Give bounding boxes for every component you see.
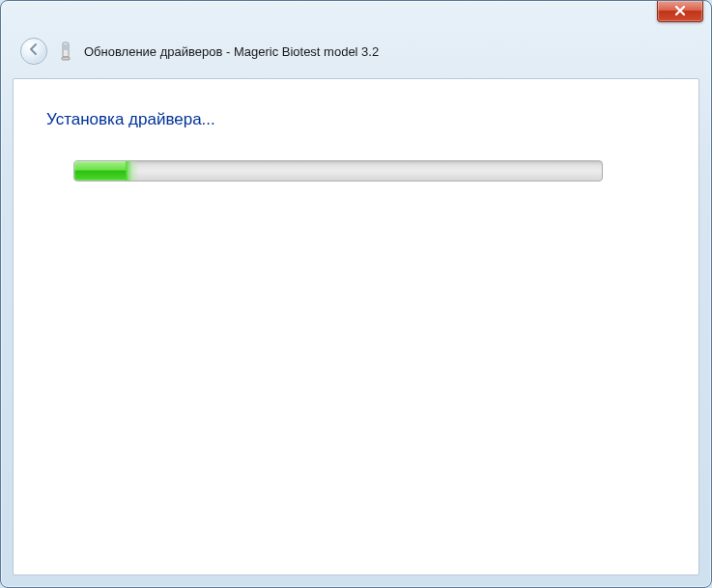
title-bar: Обновление драйверов - Mageric Biotest m… (1, 1, 711, 76)
device-icon (57, 42, 74, 61)
window-title: Обновление драйверов - Mageric Biotest m… (84, 44, 379, 59)
page-heading: Установка драйвера... (46, 110, 666, 129)
content-panel: Установка драйвера... (13, 78, 699, 575)
progress-bar-fill (74, 161, 128, 181)
svg-rect-1 (64, 44, 68, 50)
close-button[interactable] (657, 1, 703, 22)
arrow-left-icon (27, 42, 41, 60)
window-frame: Обновление драйверов - Mageric Biotest m… (0, 0, 712, 588)
back-button[interactable] (20, 38, 47, 65)
close-icon (674, 3, 686, 20)
progress-bar (73, 160, 603, 182)
svg-rect-2 (62, 57, 70, 60)
